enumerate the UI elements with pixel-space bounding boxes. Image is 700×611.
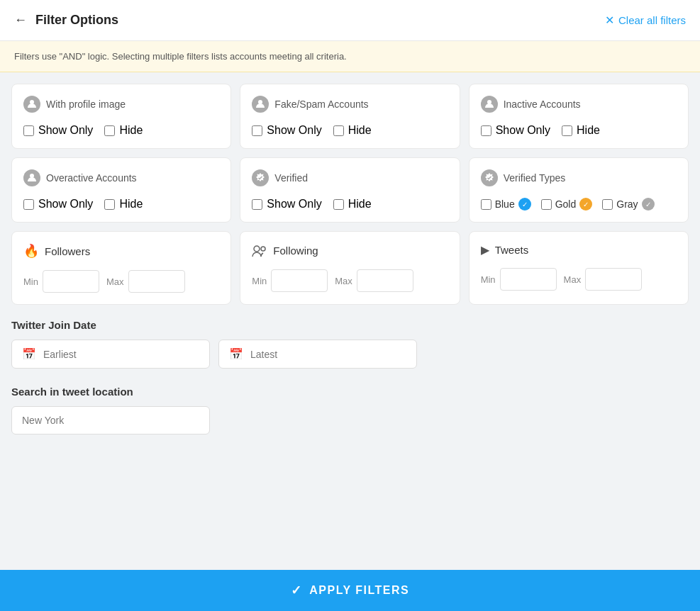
- fake-spam-show-only[interactable]: Show Only: [252, 124, 321, 137]
- filter-grid-row1: With profile image Show Only Hide: [11, 84, 689, 149]
- filter-grid-row2: Overactive Accounts Show Only Hide: [11, 157, 689, 223]
- profile-image-icon: [23, 96, 40, 113]
- clear-filters-label: Clear all filters: [618, 14, 686, 26]
- verified-show-only-checkbox[interactable]: [252, 199, 262, 210]
- vt-gray: Gray ✓: [602, 198, 654, 211]
- vt-gray-badge: ✓: [642, 198, 655, 211]
- overactive-show-only-checkbox[interactable]: [23, 199, 34, 210]
- vt-blue-label: Blue: [495, 198, 515, 210]
- vt-blue-checkbox[interactable]: [481, 199, 491, 210]
- profile-image-show-only[interactable]: Show Only: [23, 124, 93, 137]
- vt-blue-badge: ✓: [518, 198, 531, 211]
- inactive-icon: [481, 96, 498, 113]
- vt-gold-checkbox[interactable]: [541, 199, 552, 210]
- vt-gray-checkbox[interactable]: [602, 199, 613, 210]
- inactive-hide[interactable]: Hide: [562, 124, 600, 137]
- filter-card-verified-types: Verified Types Blue ✓ Gold ✓ Gray ✓: [469, 157, 689, 223]
- svg-point-5: [261, 247, 265, 251]
- main-content: With profile image Show Only Hide: [0, 72, 700, 508]
- verified-types-icon: [481, 169, 498, 186]
- fake-spam-show-only-checkbox[interactable]: [252, 125, 262, 136]
- profile-image-options: Show Only Hide: [23, 124, 219, 137]
- vt-gray-label: Gray: [616, 198, 638, 210]
- followers-inputs: Min Max: [23, 270, 219, 293]
- earliest-date-wrap[interactable]: 📅: [11, 340, 210, 369]
- apply-filters-label: APPLY FILTERS: [309, 584, 409, 597]
- verified-hide-label: Hide: [348, 198, 372, 211]
- vt-gold-badge: ✓: [579, 198, 592, 211]
- overactive-options: Show Only Hide: [23, 198, 219, 211]
- vt-gold-label: Gold: [555, 198, 577, 210]
- following-inputs: Min Max: [252, 269, 448, 292]
- range-card-following: Following Min Max: [240, 231, 460, 305]
- apply-filters-button[interactable]: ✓ APPLY FILTERS: [291, 583, 410, 598]
- fake-spam-hide[interactable]: Hide: [333, 124, 372, 137]
- location-input-wrap[interactable]: [11, 406, 210, 435]
- fake-spam-label: Fake/Spam Accounts: [274, 99, 368, 110]
- range-card-header-tweets: ▶ Tweets: [481, 243, 677, 257]
- profile-image-hide-label: Hide: [119, 124, 143, 137]
- tweets-max-label: Max: [564, 274, 582, 285]
- following-max-input[interactable]: [357, 269, 413, 292]
- tweets-icon: ▶: [481, 243, 489, 257]
- following-min-label: Min: [252, 276, 267, 286]
- overactive-hide[interactable]: Hide: [104, 198, 143, 211]
- profile-image-show-only-checkbox[interactable]: [23, 125, 34, 136]
- location-section-title: Search in tweet location: [11, 386, 689, 398]
- followers-min-label: Min: [23, 276, 38, 287]
- latest-date-wrap[interactable]: 📅: [218, 340, 417, 369]
- followers-min-input[interactable]: [43, 270, 99, 293]
- apply-bar[interactable]: ✓ APPLY FILTERS: [0, 570, 700, 611]
- verified-hide[interactable]: Hide: [333, 198, 372, 211]
- earliest-date-input[interactable]: [43, 349, 199, 360]
- overactive-hide-checkbox[interactable]: [104, 199, 115, 210]
- tweets-min-group: Min: [481, 268, 557, 291]
- inactive-show-only-checkbox[interactable]: [481, 125, 491, 136]
- verified-hide-checkbox[interactable]: [333, 199, 344, 210]
- followers-max-label: Max: [106, 276, 124, 287]
- following-min-input[interactable]: [271, 269, 328, 292]
- verified-show-only-label: Show Only: [267, 198, 321, 211]
- fake-spam-options: Show Only Hide: [252, 124, 448, 137]
- range-card-header-followers: 🔥 Followers: [23, 243, 219, 259]
- range-card-header-following: Following: [252, 243, 448, 258]
- followers-icon: 🔥: [23, 243, 39, 259]
- location-section: Search in tweet location: [11, 386, 689, 435]
- profile-image-show-only-label: Show Only: [38, 124, 93, 137]
- location-input[interactable]: [22, 415, 199, 426]
- range-grid: 🔥 Followers Min Max: [11, 231, 689, 305]
- header-left: ← Filter Options: [14, 13, 118, 28]
- profile-image-hide[interactable]: Hide: [104, 124, 143, 137]
- vt-gold: Gold ✓: [541, 198, 593, 211]
- overactive-label: Overactive Accounts: [46, 172, 137, 184]
- info-banner: Filters use "AND" logic. Selecting multi…: [0, 41, 700, 72]
- latest-date-input[interactable]: [250, 349, 406, 360]
- tweets-max-input[interactable]: [585, 268, 642, 291]
- overactive-show-only[interactable]: Show Only: [23, 198, 93, 211]
- fake-spam-hide-checkbox[interactable]: [333, 125, 344, 136]
- inactive-hide-label: Hide: [577, 124, 600, 137]
- verified-types-label: Verified Types: [504, 172, 566, 184]
- inactive-show-only-label: Show Only: [496, 124, 550, 137]
- inactive-show-only[interactable]: Show Only: [481, 124, 550, 137]
- range-card-followers: 🔥 Followers Min Max: [11, 231, 231, 305]
- filter-card-profile-image: With profile image Show Only Hide: [11, 84, 231, 149]
- followers-max-input[interactable]: [128, 270, 185, 293]
- verified-show-only[interactable]: Show Only: [252, 198, 321, 211]
- inactive-hide-checkbox[interactable]: [562, 125, 572, 136]
- latest-calendar-icon: 📅: [229, 347, 243, 361]
- profile-image-label: With profile image: [46, 99, 126, 110]
- clear-filters-button[interactable]: ✕ Clear all filters: [605, 13, 686, 27]
- tweets-min-input[interactable]: [500, 268, 557, 291]
- overactive-hide-label: Hide: [119, 198, 143, 211]
- date-section-title: Twitter Join Date: [11, 319, 689, 331]
- info-banner-text: Filters use "AND" logic. Selecting multi…: [14, 51, 347, 62]
- profile-image-hide-checkbox[interactable]: [104, 125, 115, 136]
- inactive-options: Show Only Hide: [481, 124, 677, 137]
- verified-label: Verified: [274, 172, 308, 184]
- filter-card-overactive: Overactive Accounts Show Only Hide: [11, 157, 231, 223]
- back-button[interactable]: ←: [14, 13, 27, 28]
- vt-blue: Blue ✓: [481, 198, 531, 211]
- overactive-show-only-label: Show Only: [38, 198, 93, 211]
- filter-card-fake-spam: Fake/Spam Accounts Show Only Hide: [240, 84, 460, 149]
